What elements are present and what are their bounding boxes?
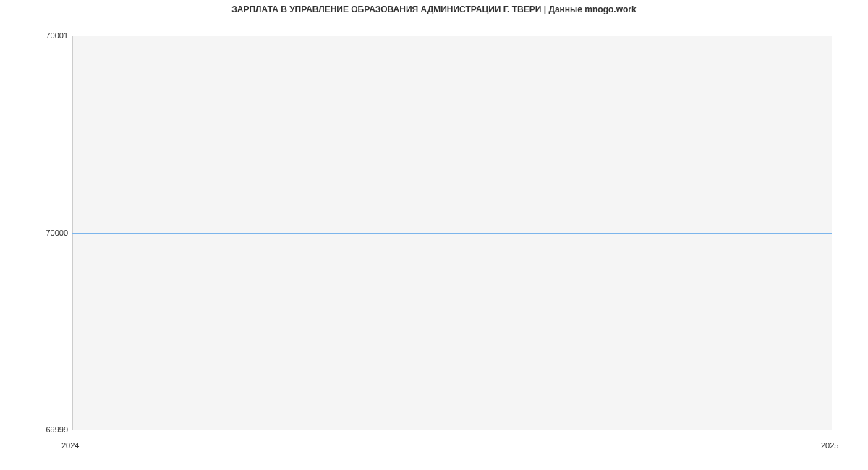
x-tick-label: 2025 (821, 441, 838, 450)
y-tick-label: 69999 (3, 426, 68, 434)
chart-title: ЗАРПЛАТА В УПРАВЛЕНИЕ ОБРАЗОВАНИЯ АДМИНИ… (0, 4, 868, 14)
chart-container: ЗАРПЛАТА В УПРАВЛЕНИЕ ОБРАЗОВАНИЯ АДМИНИ… (0, 0, 868, 470)
y-tick-label: 70001 (3, 32, 68, 40)
y-tick-label: 70000 (3, 229, 68, 237)
x-tick-label: 2024 (61, 441, 79, 450)
series-line (72, 233, 832, 234)
